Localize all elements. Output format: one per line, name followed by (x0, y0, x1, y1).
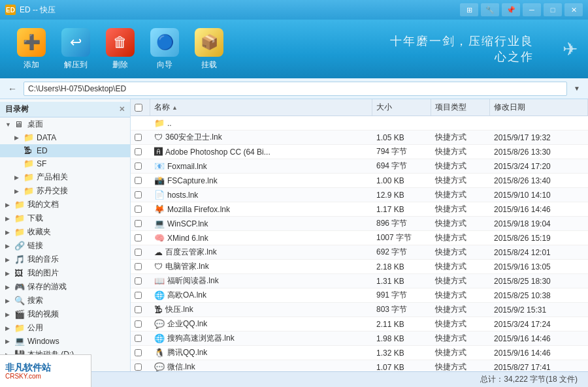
tree-arrow: ▶ (5, 215, 14, 222)
row-checkbox[interactable] (135, 134, 142, 141)
file-name: 🦊 Mozilla Firefox.lnk (150, 204, 372, 214)
tree-arrow: ▶ (5, 270, 14, 277)
table-row[interactable]: 📄 hosts.lnk 12.9 KB 快捷方式 2015/9/10 14:10 (131, 188, 588, 202)
col-date[interactable]: 修改日期 (490, 99, 588, 116)
grid-btn[interactable]: ⊞ (460, 3, 478, 16)
wizard-button[interactable]: 🔵 向导 (144, 23, 186, 74)
file-date: 2015/9/2 15:31 (490, 305, 588, 315)
tree-item[interactable]: ▶ 🔍 搜索 (0, 294, 130, 307)
file-type: 快捷方式 (431, 218, 490, 229)
tree-item[interactable]: ▶ 💻 Windows (0, 335, 130, 348)
tree-item[interactable]: 🗜 ED (0, 144, 130, 157)
restore-btn[interactable]: □ (544, 3, 562, 16)
file-date: 2015/9/17 19:32 (490, 133, 588, 142)
delete-button[interactable]: 🗑 删除 (99, 23, 141, 74)
table-row[interactable]: 💬 企业QQ.lnk 2.11 KB 快捷方式 2015/3/24 17:24 (131, 317, 588, 332)
table-row[interactable]: 🧠 XMind 6.lnk 1007 字节 快捷方式 2015/8/26 15:… (131, 231, 588, 245)
close-btn[interactable]: ✕ (564, 3, 583, 16)
minimize-btn[interactable]: ─ (523, 3, 541, 16)
row-checkbox[interactable] (135, 177, 142, 184)
tree-item[interactable]: ▶ 🔗 链接 (0, 239, 130, 253)
status-text: 总计：34,222 字节(18 文件) (480, 374, 578, 385)
tree-item[interactable]: ▶ 📁 公用 (0, 321, 130, 335)
col-size[interactable]: 大小 (372, 99, 431, 116)
tree-item[interactable]: ▶ 🎮 保存的游戏 (0, 280, 130, 294)
main-content: 目录树 ✕ ▼ 🖥 桌面 ▶ 📁 DATA 🗜 ED 📁 SF ▶ 📁 产品相关… (0, 99, 588, 371)
row-checkbox[interactable] (135, 206, 142, 213)
file-name: 📄 hosts.lnk (150, 190, 372, 200)
tree-item[interactable]: ▶ 📁 下载 (0, 211, 130, 225)
row-checkbox[interactable] (135, 148, 142, 155)
file-size: 1.98 KB (372, 334, 431, 343)
table-row[interactable]: 📁 .. (131, 116, 588, 131)
row-checkbox[interactable] (135, 364, 142, 371)
row-checkbox[interactable] (135, 292, 142, 299)
table-row[interactable]: 🛡 电脑管家.lnk 2.18 KB 快捷方式 2015/9/16 13:05 (131, 260, 588, 274)
tree-item[interactable]: 📁 SF (0, 157, 130, 170)
address-input[interactable] (24, 82, 567, 96)
row-checkbox[interactable] (135, 335, 142, 342)
file-type-icon: 🐧 (154, 348, 165, 358)
row-checkbox[interactable] (135, 220, 142, 227)
table-row[interactable]: 💬 微信.lnk 1.07 KB 快捷方式 2015/8/27 17:41 (131, 360, 588, 371)
tree-item[interactable]: ▶ 📁 收藏夹 (0, 225, 130, 239)
col-name[interactable]: 名称 ▲ (150, 99, 372, 116)
table-row[interactable]: 📸 FSCapture.lnk 1.00 KB 快捷方式 2015/8/26 1… (131, 174, 588, 188)
row-checkbox[interactable] (135, 320, 142, 328)
tree-item[interactable]: ▶ 📁 我的文档 (0, 198, 130, 211)
tree-label: 桌面 (27, 119, 43, 130)
extract-button[interactable]: ↩ 解压到 (55, 23, 97, 74)
file-check (131, 263, 150, 270)
table-row[interactable]: 🅰 Adobe Photoshop CC (64 Bi... 794 字节 快捷… (131, 145, 588, 159)
table-row[interactable]: 📖 福昕阅读器.lnk 1.31 KB 快捷方式 2015/8/25 18:30 (131, 274, 588, 288)
add-button[interactable]: ➕ 添加 (10, 23, 52, 74)
wizard-label: 向导 (157, 59, 172, 70)
table-row[interactable]: ☁ 百度云管家.lnk 692 字节 快捷方式 2015/8/24 12:01 (131, 245, 588, 260)
file-check (131, 134, 150, 141)
back-button[interactable]: ← (5, 82, 20, 96)
mount-button[interactable]: 📦 挂载 (188, 23, 230, 74)
add-icon: ➕ (17, 28, 46, 57)
tree-item[interactable]: ▼ 🖥 桌面 (0, 117, 130, 131)
tree-item[interactable]: ▶ 🎬 我的视频 (0, 307, 130, 321)
tree-arrow: ▶ (5, 243, 14, 249)
tree-arrow: ▶ (5, 298, 14, 304)
row-checkbox[interactable] (135, 277, 142, 285)
tree-item[interactable]: ▶ 📁 产品相关 (0, 170, 130, 184)
table-row[interactable]: 💻 WinSCP.lnk 896 字节 快捷方式 2015/9/18 19:04 (131, 217, 588, 231)
table-row[interactable]: 🌐 搜狗高速浏览器.lnk 1.98 KB 快捷方式 2015/9/16 14:… (131, 332, 588, 346)
tree-arrow: ▼ (5, 121, 14, 128)
row-checkbox[interactable] (135, 163, 142, 170)
sidebar-close-btn[interactable]: ✕ (119, 105, 125, 114)
tree-item[interactable]: ▶ 📁 DATA (0, 131, 130, 144)
file-type-icon: 🅰 (154, 147, 163, 157)
file-date: 2015/8/27 17:41 (490, 363, 588, 372)
select-all-checkbox[interactable] (135, 104, 142, 112)
row-checkbox[interactable] (135, 234, 142, 241)
file-size: 1.00 KB (372, 176, 431, 185)
col-type[interactable]: 项目类型 (431, 99, 490, 116)
col-check[interactable] (131, 99, 150, 116)
row-checkbox[interactable] (135, 349, 142, 356)
tree-item[interactable]: ▶ 📁 苏丹交接 (0, 184, 130, 198)
tree-icon: 🖥 (14, 119, 25, 130)
table-row[interactable]: 🦊 Mozilla Firefox.lnk 1.17 KB 快捷方式 2015/… (131, 202, 588, 217)
row-checkbox[interactable] (135, 263, 142, 270)
table-row[interactable]: 🌐 高欧OA.lnk 991 字节 快捷方式 2015/8/25 10:38 (131, 288, 588, 303)
row-checkbox[interactable] (135, 306, 142, 313)
table-row[interactable]: 🛡 360安全卫士.lnk 1.05 KB 快捷方式 2015/9/17 19:… (131, 131, 588, 145)
tree-item[interactable]: ▶ 🖼 我的图片 (0, 266, 130, 280)
table-row[interactable]: 🗜 快压.lnk 803 字节 快捷方式 2015/9/2 15:31 (131, 303, 588, 317)
row-checkbox[interactable] (135, 249, 142, 256)
address-dropdown[interactable]: ▼ (571, 82, 583, 96)
file-name: 🅰 Adobe Photoshop CC (64 Bi... (150, 147, 372, 157)
table-row[interactable]: 📧 Foxmail.lnk 694 字节 快捷方式 2015/3/24 17:2… (131, 159, 588, 174)
file-type: 快捷方式 (431, 333, 490, 344)
row-checkbox[interactable] (135, 191, 142, 198)
tree-item[interactable]: ▶ 🎵 我的音乐 (0, 253, 130, 266)
tree-label: 下载 (27, 213, 43, 224)
tree-icon: 💻 (14, 336, 25, 347)
pin-btn[interactable]: 📌 (502, 3, 520, 16)
settings-btn[interactable]: 🔧 (481, 3, 499, 16)
table-row[interactable]: 🐧 腾讯QQ.lnk 1.32 KB 快捷方式 2015/9/16 14:46 (131, 346, 588, 360)
